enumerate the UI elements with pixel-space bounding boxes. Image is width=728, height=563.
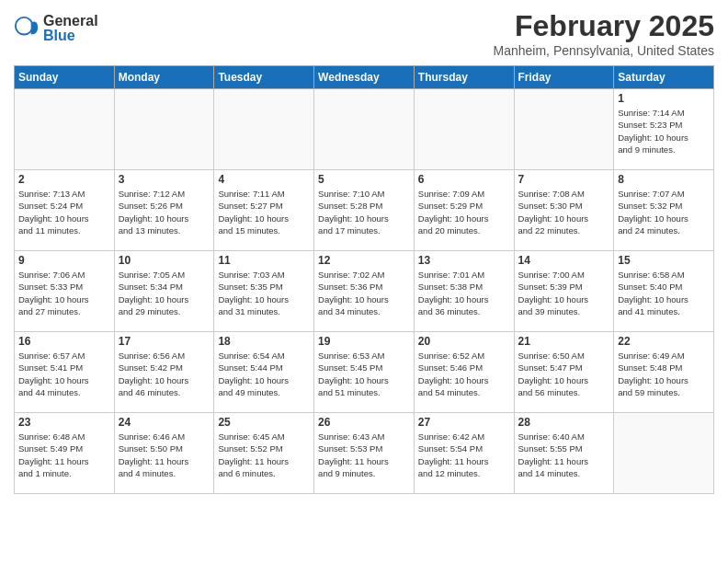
day-number: 10: [119, 254, 210, 267]
cell-week1-day1: [114, 89, 214, 170]
day-info: Sunrise: 6:48 AM Sunset: 5:49 PM Dayligh…: [18, 431, 110, 479]
col-friday: Friday: [514, 66, 614, 89]
cell-week3-day1: 10Sunrise: 7:05 AM Sunset: 5:34 PM Dayli…: [114, 251, 214, 332]
day-info: Sunrise: 7:08 AM Sunset: 5:30 PM Dayligh…: [518, 188, 610, 236]
cell-week2-day2: 4Sunrise: 7:11 AM Sunset: 5:27 PM Daylig…: [214, 170, 314, 251]
day-number: 14: [518, 254, 610, 267]
cell-week2-day0: 2Sunrise: 7:13 AM Sunset: 5:24 PM Daylig…: [15, 170, 115, 251]
cell-week3-day5: 14Sunrise: 7:00 AM Sunset: 5:39 PM Dayli…: [514, 251, 614, 332]
week-row-5: 23Sunrise: 6:48 AM Sunset: 5:49 PM Dayli…: [15, 413, 714, 494]
col-tuesday: Tuesday: [214, 66, 314, 89]
day-info: Sunrise: 7:10 AM Sunset: 5:28 PM Dayligh…: [318, 188, 410, 236]
cell-week5-day3: 26Sunrise: 6:43 AM Sunset: 5:53 PM Dayli…: [314, 413, 415, 494]
cell-week2-day6: 8Sunrise: 7:07 AM Sunset: 5:32 PM Daylig…: [614, 170, 714, 251]
day-number: 27: [418, 416, 510, 429]
week-row-4: 16Sunrise: 6:57 AM Sunset: 5:41 PM Dayli…: [15, 332, 714, 413]
col-thursday: Thursday: [414, 66, 514, 89]
cell-week4-day2: 18Sunrise: 6:54 AM Sunset: 5:44 PM Dayli…: [214, 332, 314, 413]
month-title: February 2025: [494, 9, 714, 43]
cell-week4-day4: 20Sunrise: 6:52 AM Sunset: 5:46 PM Dayli…: [414, 332, 514, 413]
day-info: Sunrise: 7:07 AM Sunset: 5:32 PM Dayligh…: [618, 188, 710, 236]
header-row: Sunday Monday Tuesday Wednesday Thursday…: [15, 66, 714, 89]
cell-week1-day5: [514, 89, 614, 170]
cell-week1-day3: [314, 89, 415, 170]
day-info: Sunrise: 6:50 AM Sunset: 5:47 PM Dayligh…: [518, 350, 610, 398]
cell-week3-day4: 13Sunrise: 7:01 AM Sunset: 5:38 PM Dayli…: [414, 251, 514, 332]
day-info: Sunrise: 7:01 AM Sunset: 5:38 PM Dayligh…: [418, 269, 510, 317]
day-number: 15: [618, 254, 710, 267]
day-number: 7: [518, 173, 610, 186]
cell-week3-day3: 12Sunrise: 7:02 AM Sunset: 5:36 PM Dayli…: [314, 251, 415, 332]
cell-week2-day4: 6Sunrise: 7:09 AM Sunset: 5:29 PM Daylig…: [414, 170, 514, 251]
week-row-2: 2Sunrise: 7:13 AM Sunset: 5:24 PM Daylig…: [15, 170, 714, 251]
day-info: Sunrise: 7:11 AM Sunset: 5:27 PM Dayligh…: [218, 188, 310, 236]
calendar-body: 1Sunrise: 7:14 AM Sunset: 5:23 PM Daylig…: [15, 89, 714, 494]
day-number: 28: [518, 416, 610, 429]
week-row-1: 1Sunrise: 7:14 AM Sunset: 5:23 PM Daylig…: [15, 89, 714, 170]
day-info: Sunrise: 6:56 AM Sunset: 5:42 PM Dayligh…: [119, 350, 210, 398]
cell-week5-day6: [614, 413, 714, 494]
day-info: Sunrise: 6:54 AM Sunset: 5:44 PM Dayligh…: [218, 350, 310, 398]
title-area: February 2025 Manheim, Pennsylvania, Uni…: [494, 9, 714, 58]
cell-week5-day5: 28Sunrise: 6:40 AM Sunset: 5:55 PM Dayli…: [514, 413, 614, 494]
day-info: Sunrise: 7:00 AM Sunset: 5:39 PM Dayligh…: [518, 269, 610, 317]
day-info: Sunrise: 6:40 AM Sunset: 5:55 PM Dayligh…: [518, 431, 610, 479]
day-number: 8: [618, 173, 710, 186]
day-info: Sunrise: 6:43 AM Sunset: 5:53 PM Dayligh…: [318, 431, 410, 479]
day-number: 19: [318, 335, 410, 348]
cell-week4-day1: 17Sunrise: 6:56 AM Sunset: 5:42 PM Dayli…: [114, 332, 214, 413]
cell-week4-day3: 19Sunrise: 6:53 AM Sunset: 5:45 PM Dayli…: [314, 332, 415, 413]
logo-general-text: General: [43, 14, 98, 29]
cell-week1-day6: 1Sunrise: 7:14 AM Sunset: 5:23 PM Daylig…: [614, 89, 714, 170]
cell-week1-day0: [15, 89, 115, 170]
day-number: 26: [318, 416, 410, 429]
day-info: Sunrise: 7:02 AM Sunset: 5:36 PM Dayligh…: [318, 269, 410, 317]
location: Manheim, Pennsylvania, United States: [494, 43, 714, 58]
day-info: Sunrise: 7:12 AM Sunset: 5:26 PM Dayligh…: [119, 188, 210, 236]
cell-week4-day6: 22Sunrise: 6:49 AM Sunset: 5:48 PM Dayli…: [614, 332, 714, 413]
cell-week5-day4: 27Sunrise: 6:42 AM Sunset: 5:54 PM Dayli…: [414, 413, 514, 494]
day-info: Sunrise: 7:03 AM Sunset: 5:35 PM Dayligh…: [218, 269, 310, 317]
cell-week3-day6: 15Sunrise: 6:58 AM Sunset: 5:40 PM Dayli…: [614, 251, 714, 332]
col-saturday: Saturday: [614, 66, 714, 89]
week-row-3: 9Sunrise: 7:06 AM Sunset: 5:33 PM Daylig…: [15, 251, 714, 332]
day-number: 21: [518, 335, 610, 348]
day-number: 25: [218, 416, 310, 429]
day-number: 12: [318, 254, 410, 267]
day-info: Sunrise: 7:14 AM Sunset: 5:23 PM Dayligh…: [618, 107, 710, 155]
svg-point-0: [16, 17, 33, 35]
day-number: 6: [418, 173, 510, 186]
calendar-container: General Blue February 2025 Manheim, Penn…: [0, 0, 728, 563]
logo-text: General Blue: [43, 14, 98, 43]
calendar-table: Sunday Monday Tuesday Wednesday Thursday…: [14, 65, 714, 494]
day-info: Sunrise: 6:42 AM Sunset: 5:54 PM Dayligh…: [418, 431, 510, 479]
day-number: 16: [18, 335, 110, 348]
day-number: 24: [119, 416, 210, 429]
day-info: Sunrise: 6:46 AM Sunset: 5:50 PM Dayligh…: [119, 431, 210, 479]
day-info: Sunrise: 7:06 AM Sunset: 5:33 PM Dayligh…: [18, 269, 110, 317]
day-info: Sunrise: 6:52 AM Sunset: 5:46 PM Dayligh…: [418, 350, 510, 398]
day-number: 22: [618, 335, 710, 348]
cell-week3-day0: 9Sunrise: 7:06 AM Sunset: 5:33 PM Daylig…: [15, 251, 115, 332]
day-number: 2: [18, 173, 110, 186]
cell-week2-day1: 3Sunrise: 7:12 AM Sunset: 5:26 PM Daylig…: [114, 170, 214, 251]
cell-week5-day0: 23Sunrise: 6:48 AM Sunset: 5:49 PM Dayli…: [15, 413, 115, 494]
cell-week1-day2: [214, 89, 314, 170]
day-info: Sunrise: 6:57 AM Sunset: 5:41 PM Dayligh…: [18, 350, 110, 398]
day-number: 23: [18, 416, 110, 429]
day-number: 1: [618, 92, 710, 105]
day-number: 20: [418, 335, 510, 348]
header: General Blue February 2025 Manheim, Penn…: [14, 9, 714, 58]
day-number: 17: [119, 335, 210, 348]
cell-week1-day4: [414, 89, 514, 170]
day-info: Sunrise: 7:05 AM Sunset: 5:34 PM Dayligh…: [119, 269, 210, 317]
cell-week5-day2: 25Sunrise: 6:45 AM Sunset: 5:52 PM Dayli…: [214, 413, 314, 494]
cell-week2-day3: 5Sunrise: 7:10 AM Sunset: 5:28 PM Daylig…: [314, 170, 415, 251]
day-number: 9: [18, 254, 110, 267]
col-wednesday: Wednesday: [314, 66, 415, 89]
logo-blue-text: Blue: [43, 29, 98, 43]
day-info: Sunrise: 7:13 AM Sunset: 5:24 PM Dayligh…: [18, 188, 110, 236]
cell-week5-day1: 24Sunrise: 6:46 AM Sunset: 5:50 PM Dayli…: [114, 413, 214, 494]
day-number: 11: [218, 254, 310, 267]
col-sunday: Sunday: [15, 66, 115, 89]
